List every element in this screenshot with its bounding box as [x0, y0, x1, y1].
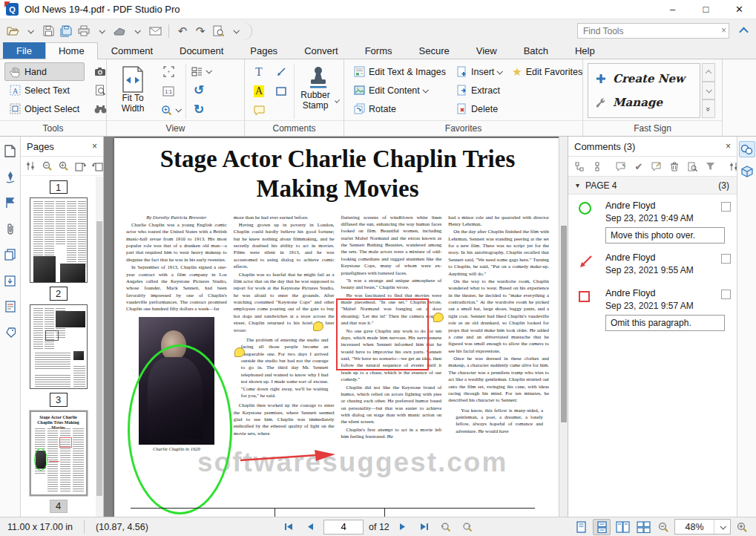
thumbnail-options-button[interactable] [24, 160, 37, 173]
sticky-note-annotation-1[interactable] [234, 347, 245, 357]
zoom-dropdown[interactable] [714, 520, 730, 534]
page-display-button[interactable] [189, 62, 213, 80]
facing-continuous-layout-button[interactable] [634, 519, 652, 535]
save-all-button[interactable] [58, 23, 74, 39]
full-screen-button[interactable] [159, 62, 178, 81]
scan-button[interactable] [111, 23, 128, 39]
tags-panel-tab[interactable] [2, 324, 19, 341]
expand-all-button[interactable] [573, 159, 586, 174]
find-tools-input[interactable] [577, 23, 729, 39]
undo-button[interactable]: ↶ [174, 23, 191, 39]
object-select-button[interactable]: Object Select [4, 99, 85, 118]
3d-panel-tab[interactable] [739, 163, 755, 180]
hand-tool-button[interactable]: Hand [4, 62, 85, 81]
zoom-out-button[interactable] [655, 519, 671, 535]
redo-button[interactable]: ↷ [192, 23, 208, 39]
signatures-panel-tab[interactable] [2, 169, 19, 185]
delete-pages-button[interactable]: Delete [451, 99, 507, 118]
zoom-level-control[interactable]: 48% [674, 519, 731, 535]
edit-content-button[interactable]: Edit Content [349, 81, 451, 99]
create-new-signature-button[interactable]: Create New [596, 72, 692, 85]
fast-sign-expand[interactable]: » [702, 99, 715, 118]
comment-checkbox[interactable] [721, 290, 731, 299]
rubber-stamp-button[interactable]: Rubber Stamp [298, 62, 339, 112]
page-2-thumbnail[interactable] [30, 197, 88, 283]
edit-text-images-button[interactable]: Edit Text & Images [349, 62, 451, 81]
thumbnail-zoom-out-button[interactable] [40, 160, 53, 173]
export-panel-tab[interactable] [2, 272, 19, 289]
previous-view-button[interactable] [438, 519, 454, 535]
attachments-panel-tab[interactable] [2, 220, 19, 237]
manage-signatures-button[interactable]: Manage [596, 96, 692, 109]
tab-home[interactable]: Home [45, 42, 98, 59]
next-page-button[interactable] [395, 519, 411, 535]
thumbnail-zoom-in-button[interactable] [56, 160, 70, 173]
close-comments-panel-icon[interactable]: × [726, 141, 731, 151]
clear-search-icon[interactable]: × [721, 25, 726, 36]
arrow-annotation-button[interactable] [272, 62, 291, 81]
tab-file[interactable]: File [3, 42, 45, 59]
zoom-tool-button[interactable] [159, 101, 183, 119]
document-area[interactable]: Stage Actor Charlie Chaplin Tries Making… [104, 137, 568, 517]
page-1-label[interactable]: 1 [50, 180, 68, 194]
document-scrollbar[interactable] [559, 137, 568, 517]
bookmarks-panel-tab[interactable] [2, 195, 19, 211]
close-button[interactable]: ✕ [723, 0, 756, 19]
highlight-button[interactable]: A [249, 82, 269, 100]
zoom-in-button[interactable] [734, 519, 750, 535]
tab-help[interactable]: Help [562, 42, 608, 59]
tab-forms[interactable]: Forms [352, 42, 406, 59]
search-comments-button[interactable] [686, 159, 699, 174]
tab-pages[interactable]: Pages [237, 42, 291, 59]
page-4-label[interactable]: 4 [50, 500, 68, 513]
edit-comment-button[interactable] [650, 159, 663, 174]
pages-panel-tab[interactable] [2, 143, 19, 159]
document-page[interactable]: Stage Actor Charlie Chaplin Tries Making… [114, 138, 561, 517]
sticky-note-annotation-3[interactable] [433, 313, 444, 322]
minimize-button[interactable]: – [656, 0, 689, 19]
rotate-view-ccw-button[interactable]: ↺ [189, 81, 208, 99]
tab-convert[interactable]: Convert [291, 42, 352, 59]
print-dropdown[interactable] [93, 23, 110, 39]
fast-sign-scroll-up[interactable] [702, 63, 715, 82]
sticky-note-button[interactable] [249, 101, 269, 120]
continuous-layout-button[interactable] [593, 519, 611, 535]
fit-to-width-button[interactable]: Fit To Width [111, 62, 154, 115]
comment-checkbox[interactable] [721, 254, 731, 264]
rotate-view-cw-button[interactable]: ↻ [189, 100, 208, 119]
edit-favorites-button[interactable]: ★ Edit Favorites [507, 62, 588, 81]
tab-comment[interactable]: Comment [98, 42, 166, 59]
collapse-ribbon-button[interactable] [735, 23, 752, 39]
rotate-page-cw-button[interactable] [91, 160, 105, 173]
comment-item-1[interactable]: Andre Floyd Sep 23, 2021 9:49 AM Move th… [568, 195, 737, 246]
rectangle-annotation-button[interactable] [272, 82, 291, 100]
comment-note-field[interactable]: Move this photo over. [605, 227, 725, 244]
maximize-button[interactable]: □ [689, 0, 723, 19]
next-view-button[interactable] [459, 519, 476, 535]
rotate-pages-button[interactable]: Rotate [349, 99, 451, 118]
layers-panel-tab[interactable] [2, 246, 19, 263]
circle-annotation[interactable] [128, 344, 232, 514]
comment-note-field[interactable]: Omit this paragraph. [605, 315, 725, 331]
mark-reviewed-button[interactable]: ✔ [632, 159, 645, 174]
page-3-label[interactable]: 3 [50, 393, 68, 406]
page-4-thumbnail[interactable]: Stage Actor Charlie Chaplin Tries Making… [30, 411, 88, 496]
reply-comment-button[interactable] [614, 159, 628, 174]
comments-panel-tab[interactable] [739, 141, 755, 157]
comment-item-3[interactable]: Andre Floyd Sep 23, 2021 9:57 AM Omit th… [568, 282, 737, 334]
select-text-button[interactable]: A Select Text [4, 81, 85, 99]
tab-batch[interactable]: Batch [510, 42, 562, 59]
fast-sign-scroll-down[interactable] [702, 82, 715, 100]
square-annotation[interactable] [336, 298, 429, 370]
comments-page-group[interactable]: ▾ PAGE 4 (3) [568, 177, 737, 195]
preview-dropdown[interactable] [228, 23, 244, 39]
last-page-button[interactable] [416, 519, 433, 535]
facing-layout-button[interactable] [614, 519, 631, 535]
comment-item-2[interactable]: Andre Floyd Sep 23, 2021 9:55 AM [568, 246, 737, 282]
open-dropdown[interactable] [22, 23, 39, 39]
pages-scrollbar[interactable] [96, 177, 103, 517]
page-2-label[interactable]: 2 [50, 287, 68, 300]
tab-document[interactable]: Document [166, 42, 237, 59]
collapse-all-button[interactable] [591, 159, 604, 174]
tab-secure[interactable]: Secure [406, 42, 463, 59]
